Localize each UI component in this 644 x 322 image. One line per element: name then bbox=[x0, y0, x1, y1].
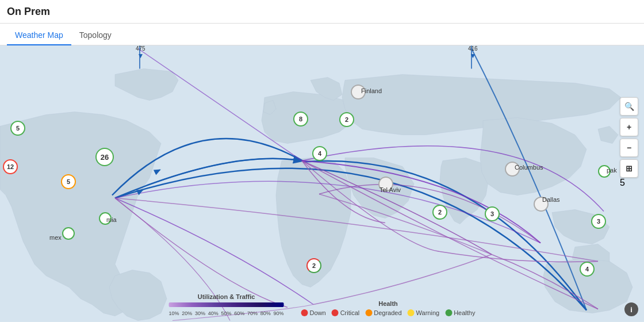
traffic-475: 475 ▼ bbox=[136, 45, 145, 60]
utilization-title: Utilization & Traffic bbox=[198, 293, 255, 300]
health-label-healthy: Healthy bbox=[454, 309, 475, 316]
utilization-labels: 10% 20% 30% 40% 50% 60% 70% 80% 90% bbox=[169, 310, 284, 316]
tab-weather-map[interactable]: Weather Map bbox=[7, 26, 71, 45]
node-26[interactable]: 26 bbox=[95, 148, 114, 166]
world-map-svg bbox=[0, 45, 644, 322]
node-mia-label: mia bbox=[106, 216, 117, 223]
node-2-tel[interactable]: 2 bbox=[432, 205, 447, 220]
node-columbus-label: Columbus bbox=[515, 164, 543, 171]
traffic-475-icon: ▼ bbox=[137, 52, 144, 60]
app: On Prem Weather Map Topology bbox=[0, 0, 644, 322]
node-8[interactable]: 8 bbox=[293, 112, 308, 126]
legend: Utilization & Traffic 10% 20% 30% 40% 50… bbox=[169, 293, 476, 316]
header: On Prem bbox=[0, 0, 644, 24]
health-label-warning: Warning bbox=[416, 309, 440, 316]
health-dot-warning bbox=[408, 309, 415, 316]
health-dot-healthy bbox=[445, 309, 452, 316]
search-icon: 🔍 bbox=[624, 102, 634, 111]
layers-icon: ⊞ bbox=[626, 164, 632, 173]
health-dot-degraded bbox=[365, 309, 372, 316]
node-4-mid[interactable]: 4 bbox=[312, 146, 327, 161]
node-finland-label: Finland bbox=[361, 87, 382, 94]
traffic-416-icon: ▼ bbox=[469, 52, 476, 60]
controls-panel: 🔍 + − ⊞ 5 bbox=[620, 97, 638, 188]
health-legend: Health Down Critical Degraded bbox=[301, 300, 476, 316]
health-dot-critical bbox=[332, 309, 339, 316]
node-5-left[interactable]: 5 bbox=[10, 121, 25, 136]
search-button[interactable]: 🔍 bbox=[620, 97, 638, 116]
traffic-416: 416 ▼ bbox=[468, 45, 478, 60]
tabs-bar: Weather Map Topology bbox=[0, 24, 644, 45]
tab-topology[interactable]: Topology bbox=[71, 26, 120, 45]
zoom-out-button[interactable]: − bbox=[620, 139, 638, 157]
minus-icon: − bbox=[627, 143, 631, 152]
health-degraded: Degraded bbox=[365, 309, 401, 316]
health-dot-down bbox=[301, 309, 308, 316]
zoom-in-button[interactable]: + bbox=[620, 118, 638, 136]
health-title: Health bbox=[378, 300, 398, 307]
map-container[interactable]: 475 ▼ 416 ▼ 5 12 26 5 mia mex 8 2 Finlan… bbox=[0, 45, 644, 322]
health-label-degraded: Degraded bbox=[374, 309, 401, 316]
node-mex[interactable] bbox=[62, 227, 75, 240]
traffic-416-label: 416 bbox=[468, 45, 478, 52]
health-warning: Warning bbox=[408, 309, 440, 316]
node-3-right2[interactable]: 3 bbox=[591, 214, 606, 229]
plus-icon: + bbox=[627, 122, 631, 132]
health-label-critical: Critical bbox=[340, 309, 360, 316]
health-healthy: Healthy bbox=[445, 309, 475, 316]
health-items: Down Critical Degraded Warning bbox=[301, 309, 476, 316]
node-tel-aviv-label: Tel Aviv bbox=[379, 186, 401, 193]
node-3-right1[interactable]: 3 bbox=[485, 206, 500, 221]
layers-button[interactable]: ⊞ bbox=[620, 159, 638, 178]
health-label-down: Down bbox=[310, 309, 326, 316]
utilization-legend: Utilization & Traffic 10% 20% 30% 40% 50… bbox=[169, 293, 284, 316]
node-mex-label: mex bbox=[49, 234, 62, 241]
layers-count: 5 bbox=[620, 178, 638, 188]
node-4-bottom[interactable]: 4 bbox=[580, 262, 595, 277]
node-5-mid[interactable]: 5 bbox=[61, 174, 76, 189]
health-down: Down bbox=[301, 309, 326, 316]
utilization-gradient bbox=[169, 302, 284, 307]
node-2-bottom[interactable]: 2 bbox=[306, 258, 321, 273]
info-button[interactable]: i bbox=[624, 302, 638, 316]
node-dallas-label: Dallas bbox=[542, 196, 560, 203]
info-icon: i bbox=[630, 305, 632, 314]
traffic-475-label: 475 bbox=[136, 45, 145, 52]
page-title: On Prem bbox=[7, 6, 50, 18]
node-2-europe[interactable]: 2 bbox=[339, 112, 354, 127]
node-pak-label: pak bbox=[607, 167, 617, 174]
health-critical: Critical bbox=[332, 309, 360, 316]
node-12[interactable]: 12 bbox=[3, 159, 18, 174]
